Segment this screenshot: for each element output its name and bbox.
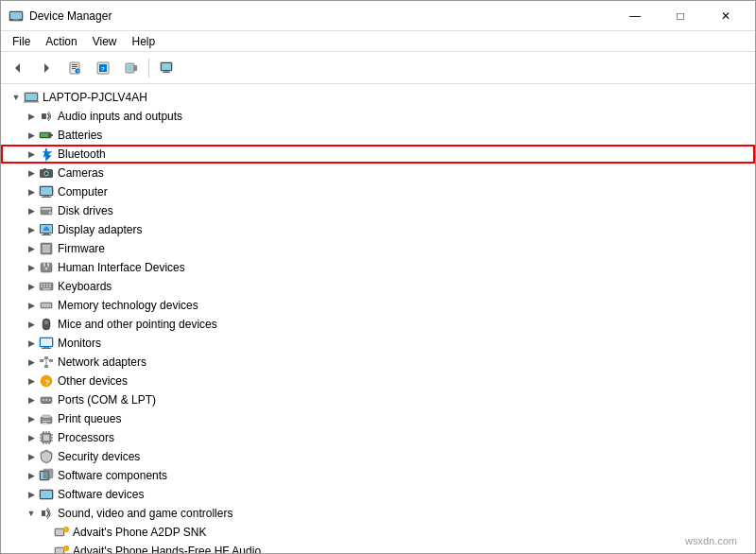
svg-rect-56 [43,284,45,286]
tree-item-hid[interactable]: ▶ Human Interface Devices [1,258,755,277]
tree-item-print[interactable]: ▶ Print queues [1,409,755,428]
svg-rect-89 [42,403,51,404]
svg-rect-38 [42,208,51,210]
computer-label: Computer [58,185,108,199]
toolbar-separator [148,59,149,78]
display-expand-icon: ▶ [24,222,39,237]
menu-action[interactable]: Action [38,33,84,50]
svg-rect-88 [49,399,51,401]
svg-rect-62 [49,286,51,288]
keyboards-expand-icon: ▶ [24,279,39,294]
monitor-icon [39,336,54,351]
svg-rect-28 [41,133,48,137]
svg-rect-112 [41,491,52,498]
tree-item-processors[interactable]: ▶ [1,428,755,447]
svg-rect-58 [49,284,51,286]
tree-item-firmware[interactable]: ▶ Firmware [1,239,755,258]
tree-item-mice[interactable]: ▶ Mice and other pointing devices [1,315,755,334]
tree-item-advait-a2dp[interactable]: ! Advait's Phone A2DP SNK [1,523,755,542]
software-components-label: Software components [58,469,167,482]
monitor-button[interactable] [153,56,180,80]
memory-expand-icon: ▶ [24,298,39,313]
tree-view[interactable]: ▼ LAPTOP-PJCLV4AH ▶ [1,84,755,553]
svg-rect-113 [42,511,45,516]
tree-item-ports[interactable]: ▶ Ports (COM & LPT) [1,390,755,409]
forward-icon [40,61,53,75]
menu-help[interactable]: Help [125,33,163,50]
menu-view[interactable]: View [85,33,125,50]
tree-item-batteries[interactable]: ▶ Batteries [1,126,755,145]
update-button[interactable]: ? [90,56,116,80]
menu-bar: File Action View Help [1,31,755,52]
tree-item-keyboards[interactable]: ▶ Keyboards [1,277,755,296]
disk-icon [39,203,54,218]
computer-icon [39,184,54,199]
tree-item-software-components[interactable]: ▶ Software components [1,466,755,485]
svg-rect-50 [43,263,45,267]
svg-rect-119 [56,548,63,553]
svg-rect-91 [43,415,50,418]
tree-item-memory[interactable]: ▶ Memory technology devices [1,296,755,315]
svg-rect-17 [133,65,137,71]
laptop-icon [24,90,39,105]
svg-rect-87 [46,399,48,401]
memory-label: Memory technology devices [58,299,198,312]
svg-rect-19 [162,63,171,70]
svg-rect-23 [26,94,37,100]
svg-point-31 [45,172,48,175]
disk-expand-icon: ▶ [24,203,39,218]
properties-button[interactable]: ? [61,56,88,80]
tree-item-security[interactable]: ▶ Security devices [1,447,755,466]
audio-icon [39,109,54,124]
maximize-button[interactable]: □ [659,1,702,31]
svg-rect-27 [51,134,53,136]
hf-expand-icon [39,544,54,553]
svg-rect-8 [72,66,77,67]
security-expand-icon: ▶ [24,449,39,464]
svg-rect-115 [56,529,63,535]
tree-item-bluetooth[interactable]: ▶ Bluetooth [1,145,755,164]
tree-item-monitors[interactable]: ▶ Monitors [1,334,755,353]
svg-rect-43 [42,234,51,235]
keyboard-icon [39,279,54,294]
tree-item-disk[interactable]: ▶ Disk drives [1,201,755,220]
svg-rect-16 [128,65,132,71]
tree-item-cameras[interactable]: ▶ Cameras [1,164,755,182]
tree-item-display[interactable]: ▶ Display adapters [1,220,755,239]
svg-rect-2 [13,19,19,20]
tree-item-other[interactable]: ▶ ? Other devices [1,372,755,390]
tree-item-audio[interactable]: ▶ Audio inputs and outputs [1,107,755,126]
bluetooth-icon [39,147,54,162]
memory-icon [39,298,54,313]
print-label: Print queues [58,412,121,425]
menu-file[interactable]: File [5,33,38,50]
update-icon: ? [96,61,110,75]
hid-label: Human Interface Devices [58,261,185,274]
forward-button[interactable] [33,56,60,80]
close-button[interactable]: ✕ [704,1,747,31]
minimize-button[interactable]: — [613,1,657,31]
tree-item-software-devices[interactable]: ▶ Software devices [1,485,755,504]
audio-expand-icon: ▶ [24,109,39,124]
mice-label: Mice and other pointing devices [58,318,217,331]
cameras-label: Cameras [58,166,104,180]
firmware-icon [39,241,54,256]
hf-label: Advait's Phone Hands-Free HF Audio [73,545,261,553]
monitors-label: Monitors [58,337,101,350]
scan-button[interactable] [118,56,145,80]
tree-item-computer[interactable]: ▶ Computer [1,182,755,201]
network-icon [39,355,54,370]
svg-rect-21 [163,72,170,73]
tree-item-advait-hf[interactable]: ! Advait's Phone Hands-Free HF Audio [1,542,755,553]
computer-expand-icon: ▶ [24,184,39,199]
ports-icon [39,392,54,407]
root-expand-icon: ▼ [9,90,24,105]
tree-item-network[interactable]: ▶ Network adapters [1,353,755,372]
tree-root[interactable]: ▼ LAPTOP-PJCLV4AH [1,88,755,107]
svg-rect-51 [47,263,49,267]
svg-rect-92 [43,421,50,422]
app-icon [9,9,24,24]
tree-item-sound[interactable]: ▼ Sound, video and game controllers [1,504,755,523]
back-button[interactable] [5,56,31,80]
display-icon [39,222,54,237]
